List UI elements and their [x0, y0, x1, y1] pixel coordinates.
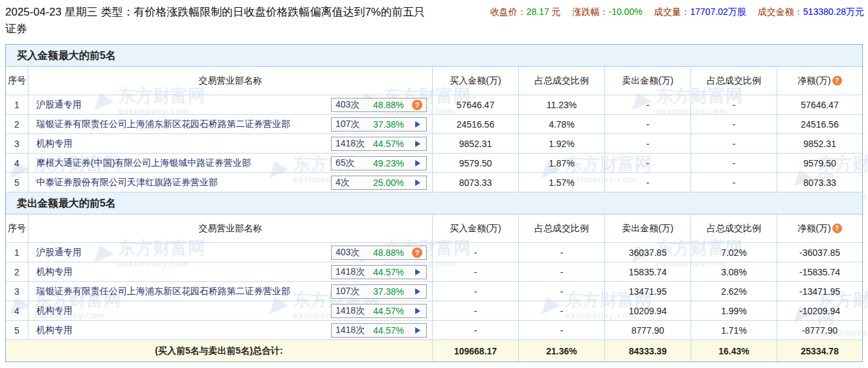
- sell-ratio: -: [691, 173, 777, 192]
- sell-amount: 10209.94: [605, 301, 691, 320]
- broker-cell: 瑞银证券有限责任公司上海浦东新区花园石桥路第二证券营业部 107次37.38%: [29, 115, 433, 133]
- broker-name: 沪股通专用: [36, 247, 82, 259]
- sell-amount: 13471.95: [605, 282, 691, 301]
- appearance-count: 1418次: [336, 325, 373, 336]
- page-title: 2025-04-23 星期三 类型：有价格涨跌幅限制的日收盘价格跌幅偏离值达到7…: [5, 4, 434, 38]
- row-index: 1: [6, 243, 29, 262]
- net-amount: 57646.47: [777, 95, 862, 114]
- col-broker: 交易营业部名称: [29, 214, 433, 242]
- sell-amount: -: [605, 95, 691, 114]
- col-sell-ratio: 占总成交比例: [691, 67, 777, 95]
- branch-stats-badge[interactable]: 403次48.88%?: [331, 246, 427, 260]
- net-amount: 24516.56: [777, 115, 862, 133]
- broker-name: 中泰证券股份有限公司天津红旗路证券营业部: [36, 177, 218, 189]
- sell-amount: -: [605, 173, 691, 192]
- buy-ratio: 1.92%: [519, 134, 605, 153]
- close-price-label: 收盘价：: [490, 6, 527, 17]
- sell-amount: -: [605, 134, 691, 153]
- win-rate: 37.38%: [373, 286, 415, 297]
- sell-amount: 15835.74: [605, 262, 691, 281]
- row-index: 4: [6, 154, 29, 172]
- total-buy-amount: 109668.17: [433, 340, 519, 362]
- win-rate: 44.57%: [373, 139, 415, 149]
- col-buy-ratio: 占总成交比例: [519, 67, 605, 95]
- buy-ratio: -: [519, 262, 605, 281]
- branch-stats-badge[interactable]: 1418次44.57%: [331, 265, 427, 279]
- broker-name: 机构专用: [36, 138, 73, 150]
- broker-name: 瑞银证券有限责任公司上海浦东新区花园石桥路第二证券营业部: [36, 286, 290, 297]
- table-row: 3 瑞银证券有限责任公司上海浦东新区花园石桥路第二证券营业部 107次37.38…: [6, 282, 862, 301]
- sell-amount: 36037.85: [605, 243, 691, 262]
- sell-table-header: 序号 交易营业部名称 买入金额(万) 占总成交比例 卖出金额(万) 占总成交比例…: [6, 214, 862, 243]
- net-amount: 8073.33: [777, 173, 862, 192]
- branch-stats-badge[interactable]: 1418次44.57%: [331, 323, 427, 338]
- branch-stats-badge[interactable]: 65次49.23%: [331, 156, 427, 170]
- appearance-count: 1418次: [336, 305, 373, 317]
- total-sell-ratio: 16.43%: [691, 340, 777, 362]
- detail-arrow-icon: [415, 160, 420, 167]
- sell-section-title: 卖出金额最大的前5名: [6, 192, 862, 214]
- broker-name: 机构专用: [36, 305, 73, 317]
- broker-cell: 机构专用 1418次44.57%: [29, 134, 433, 153]
- broker-cell: 瑞银证券有限责任公司上海浦东新区花园石桥路第二证券营业部 107次37.38%: [29, 282, 433, 301]
- row-index: 5: [6, 173, 29, 192]
- help-icon[interactable]: ?: [832, 224, 842, 233]
- buy-amount: 24516.56: [433, 115, 519, 133]
- table-row: 4 摩根大通证券(中国)有限公司上海银城中路证券营业部 65次49.23% 95…: [6, 154, 862, 173]
- total-sell-amount: 84333.39: [605, 340, 691, 362]
- help-icon[interactable]: ?: [832, 76, 842, 86]
- total-label: (买入前5名与卖出前5名)总合计:: [6, 340, 433, 362]
- sell-ratio: -: [691, 95, 777, 114]
- sell-ratio: -: [691, 134, 777, 153]
- win-rate: 44.57%: [373, 267, 415, 277]
- broker-name: 摩根大通证券(中国)有限公司上海银城中路证券营业部: [36, 157, 251, 169]
- total-row: (买入前5名与卖出前5名)总合计: 109668.17 21.36% 84333…: [6, 340, 862, 362]
- total-buy-ratio: 21.36%: [519, 340, 605, 362]
- win-rate: 25.00%: [373, 178, 415, 188]
- col-net-amount: 净额(万)?: [777, 214, 862, 242]
- detail-arrow-icon: [415, 308, 420, 314]
- table-row: 5 中泰证券股份有限公司天津红旗路证券营业部 4次25.00% 8073.33 …: [6, 173, 862, 192]
- buy-ratio: 1.57%: [519, 173, 605, 192]
- appearance-count: 65次: [336, 157, 373, 169]
- table-row: 4 机构专用 1418次44.57% - - 10209.94 1.99% -1…: [6, 301, 862, 321]
- sell-amount: -: [605, 154, 691, 172]
- detail-arrow-icon: [415, 121, 420, 128]
- net-amount: -8777.90: [777, 321, 862, 339]
- buy-amount: 57646.47: [433, 95, 519, 114]
- col-buy-amount: 买入金额(万): [433, 67, 519, 95]
- detail-arrow-icon: [415, 269, 420, 275]
- buy-ratio: 11.23%: [519, 95, 605, 114]
- net-amount: 9852.31: [777, 134, 862, 153]
- turnover-label: 成交金额：: [758, 6, 803, 17]
- table-row: 1 沪股通专用 403次48.88%? 57646.47 11.23% - - …: [6, 95, 862, 115]
- branch-stats-badge[interactable]: 1418次44.57%: [331, 137, 427, 151]
- detail-arrow-icon: [415, 179, 420, 186]
- help-icon: ?: [412, 100, 422, 110]
- broker-name: 瑞银证券有限责任公司上海浦东新区花园石桥路第二证券营业部: [36, 119, 290, 130]
- broker-cell: 中泰证券股份有限公司天津红旗路证券营业部 4次25.00%: [29, 173, 433, 192]
- row-index: 3: [6, 282, 29, 301]
- buy-ratio: -: [519, 282, 605, 301]
- buy-amount: 9579.50: [433, 154, 519, 172]
- branch-stats-badge[interactable]: 4次25.00%: [331, 176, 427, 190]
- change-percent-value: -10.00%: [608, 6, 642, 17]
- table-row: 2 瑞银证券有限责任公司上海浦东新区花园石桥路第二证券营业部 107次37.38…: [6, 115, 862, 134]
- col-index: 序号: [6, 67, 29, 95]
- turnover: 成交金额：513380.28万元: [758, 6, 864, 17]
- col-broker: 交易营业部名称: [29, 67, 433, 95]
- net-amount: 9579.50: [777, 154, 862, 172]
- appearance-count: 403次: [336, 99, 373, 111]
- buy-amount: -: [433, 321, 519, 339]
- branch-stats-badge[interactable]: 107次37.38%: [331, 284, 427, 299]
- close-price-unit: 元: [552, 6, 561, 17]
- change-percent-label: 涨跌幅：: [572, 6, 608, 17]
- buy-amount: -: [433, 282, 519, 301]
- branch-stats-badge[interactable]: 1418次44.57%: [331, 304, 427, 318]
- branch-stats-badge[interactable]: 403次48.88%?: [331, 98, 427, 112]
- sell-amount: 8777.90: [605, 321, 691, 339]
- broker-cell: 机构专用 1418次44.57%: [29, 321, 433, 339]
- table-row: 3 机构专用 1418次44.57% 9852.31 1.92% - - 985…: [6, 134, 862, 154]
- col-sell-ratio: 占总成交比例: [691, 214, 777, 242]
- branch-stats-badge[interactable]: 107次37.38%: [331, 117, 427, 132]
